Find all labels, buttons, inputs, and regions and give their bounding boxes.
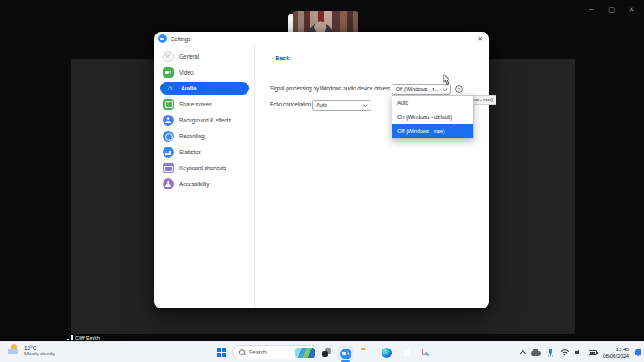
clock-date: 08/06/2024 bbox=[603, 353, 629, 359]
back-chevron-icon: ‹ bbox=[272, 55, 273, 61]
chevron-down-icon bbox=[364, 102, 368, 106]
search-box[interactable]: Search bbox=[232, 345, 319, 359]
person-icon bbox=[163, 115, 174, 126]
selected-pill: ∩ Audio bbox=[160, 82, 249, 95]
self-view-video-thumbnail[interactable] bbox=[293, 11, 358, 32]
sidebar-item-recording[interactable]: Recording bbox=[154, 128, 254, 144]
maximize-icon[interactable]: ▢ bbox=[605, 3, 617, 15]
taskbar-clock[interactable]: 13:48 08/06/2024 bbox=[603, 346, 629, 359]
search-placeholder: Search bbox=[249, 349, 292, 355]
echo-cancellation-label: Echo cancellation bbox=[270, 101, 311, 107]
mouse-cursor bbox=[443, 74, 451, 85]
microphone-in-use-icon[interactable] bbox=[547, 349, 554, 357]
active-app-indicator bbox=[341, 360, 350, 362]
settings-window: Settings ✕ General Video ∩ Audio Share s… bbox=[154, 32, 489, 308]
weather-widget[interactable]: 12°C Mostly cloudy bbox=[8, 344, 55, 356]
dropdown-option-auto[interactable]: Auto bbox=[392, 96, 473, 110]
sidebar-item-video[interactable]: Video bbox=[154, 65, 254, 80]
signal-bars-icon bbox=[67, 335, 73, 340]
window-title: Settings bbox=[171, 36, 191, 42]
tray-chevron-up-icon[interactable] bbox=[520, 350, 526, 356]
minimize-icon[interactable]: – bbox=[585, 3, 597, 15]
bar-chart-icon bbox=[163, 147, 174, 158]
search-highlight-image bbox=[295, 348, 315, 358]
zoom-icon bbox=[340, 349, 351, 359]
settings-close-icon[interactable]: ✕ bbox=[477, 35, 483, 43]
sidebar-item-audio[interactable]: ∩ Audio bbox=[154, 80, 254, 96]
battery-icon[interactable] bbox=[589, 350, 597, 355]
sidebar-item-background-effects[interactable]: Background & effects bbox=[154, 112, 254, 128]
edge-browser-button[interactable] bbox=[382, 348, 392, 358]
keyboard-icon bbox=[163, 163, 174, 173]
sidebar-item-general[interactable]: General bbox=[154, 49, 254, 65]
taskbar-zoom-button[interactable] bbox=[338, 346, 353, 361]
sidebar-item-keyboard-shortcuts[interactable]: Keyboard shortcuts bbox=[154, 160, 254, 176]
video-camera-icon bbox=[163, 67, 174, 78]
system-tray: 13:48 08/06/2024 bbox=[521, 342, 641, 362]
dropdown-option-off-raw[interactable]: Off (Windows - raw) bbox=[392, 124, 473, 138]
share-screen-icon bbox=[163, 99, 174, 110]
headphones-icon: ∩ bbox=[164, 84, 175, 93]
signal-processing-dropdown: Auto On (Windows - default) Off (Windows… bbox=[392, 95, 474, 139]
back-link[interactable]: ‹ Back bbox=[272, 55, 289, 61]
sidebar-item-share-screen[interactable]: Share screen bbox=[154, 96, 254, 112]
sidebar-item-statistics[interactable]: Statistics bbox=[154, 144, 254, 160]
settings-content: ‹ Back Signal processing by Windows audi… bbox=[255, 45, 489, 308]
partly-cloudy-icon bbox=[8, 344, 20, 356]
task-view-button[interactable] bbox=[322, 348, 332, 357]
close-icon[interactable]: ✕ bbox=[626, 3, 637, 15]
onedrive-icon[interactable] bbox=[531, 351, 541, 356]
settings-titlebar: Settings bbox=[154, 32, 489, 45]
zoom-app-icon bbox=[158, 34, 167, 43]
chevron-down-icon bbox=[444, 86, 448, 90]
weather-temp: 12°C bbox=[24, 345, 55, 351]
record-icon bbox=[163, 131, 174, 142]
echo-cancellation-select[interactable]: Auto bbox=[312, 100, 371, 111]
notification-bell-icon[interactable] bbox=[635, 349, 641, 355]
meeting-window-controls: – ▢ ✕ bbox=[585, 3, 637, 15]
dropdown-option-on-default[interactable]: On (Windows - default) bbox=[392, 110, 473, 124]
help-icon[interactable]: ? bbox=[455, 85, 463, 93]
accessibility-icon bbox=[163, 178, 174, 189]
wifi-icon[interactable] bbox=[560, 349, 569, 356]
participant-name: Cliff Smith bbox=[75, 335, 101, 341]
gear-icon bbox=[163, 51, 174, 62]
speaker-icon[interactable] bbox=[575, 349, 583, 356]
settings-sidebar: General Video ∩ Audio Share screen Backg… bbox=[154, 45, 255, 308]
taskbar: 12°C Mostly cloudy Search 13:48 08/06/20… bbox=[0, 341, 644, 362]
weather-condition: Mostly cloudy bbox=[24, 351, 55, 356]
start-button[interactable] bbox=[217, 348, 226, 357]
sidebar-item-accessibility[interactable]: Accessibility bbox=[154, 176, 254, 192]
signal-processing-label: Signal processing by Windows audio devic… bbox=[270, 85, 390, 91]
search-icon bbox=[239, 349, 246, 356]
clock-time: 13:48 bbox=[603, 346, 629, 353]
